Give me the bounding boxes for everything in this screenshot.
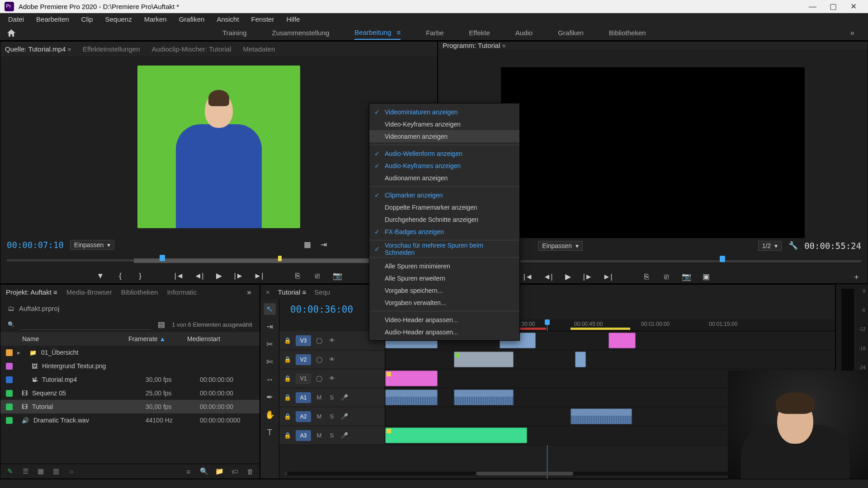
track-header-a1[interactable]: 🔒A1MS🎤	[279, 388, 385, 407]
track-lane-v2[interactable]	[385, 350, 835, 369]
solo-button[interactable]: S	[327, 431, 336, 440]
prog-export-frame-icon[interactable]: 📷	[681, 272, 691, 282]
project-item[interactable]: 🎞Sequenz 0525,00 fps00:00:00:00	[0, 386, 259, 400]
menu-item[interactable]: Vorschau für mehrere Spuren beim Schneid…	[369, 243, 519, 255]
workspace-tab-bibliotheken[interactable]: Bibliotheken	[609, 26, 646, 39]
menu-grafiken[interactable]: Grafiken	[174, 14, 210, 24]
workspace-overflow-icon[interactable]: »	[850, 28, 854, 38]
workspace-tab-bearbeitung[interactable]: Bearbeitung ≡	[354, 26, 401, 40]
tab-effect-controls[interactable]: Effekteinstellungen	[83, 45, 140, 53]
mark-out-icon[interactable]: }	[135, 271, 145, 281]
prog-lift-icon[interactable]: ⎘	[642, 272, 651, 282]
mute-button[interactable]: M	[315, 393, 324, 402]
clip[interactable]	[385, 427, 527, 443]
track-target-toggle[interactable]: V2	[296, 354, 311, 365]
add-marker-icon[interactable]: ▼	[95, 271, 105, 281]
step-back-icon[interactable]: ◄|	[194, 271, 204, 281]
voiceover-record-icon[interactable]: 🎤	[340, 431, 349, 440]
project-item[interactable]: 🎞Tutorial30,00 fps00:00:00:00	[0, 400, 259, 413]
source-timecode[interactable]: 00:00:07:10	[7, 240, 64, 250]
lock-icon[interactable]: 🔒	[283, 393, 292, 402]
pen-tool-icon[interactable]: ✒	[264, 391, 276, 403]
track-header-a2[interactable]: 🔒A2MS🎤	[279, 407, 385, 426]
home-button[interactable]	[5, 28, 18, 38]
tab-metadata[interactable]: Metadaten	[243, 45, 275, 53]
program-zoom-select[interactable]: 1/2 ▾	[758, 241, 782, 251]
workspace-tab-farbe[interactable]: Farbe	[426, 26, 443, 39]
workspace-tab-training[interactable]: Training	[222, 26, 247, 39]
list-view-icon[interactable]: ☰	[21, 467, 29, 475]
slip-tool-icon[interactable]: ↔	[264, 374, 276, 385]
menu-item[interactable]: Audionamen anzeigen	[369, 172, 519, 184]
program-settings-icon[interactable]: 🔧	[788, 241, 798, 251]
sort-asc-icon[interactable]: ▲	[159, 335, 165, 343]
tab-info[interactable]: Informatic	[167, 288, 197, 296]
menu-bearbeiten[interactable]: Bearbeiten	[31, 14, 75, 24]
clip[interactable]	[609, 333, 636, 348]
track-header-a3[interactable]: 🔒A3MS🎤	[279, 426, 385, 445]
prog-go-to-in-icon[interactable]: |◄	[523, 272, 533, 282]
find-icon[interactable]: 🔍	[200, 467, 208, 475]
tab-project[interactable]: Projekt: Auftakt ≡	[6, 288, 57, 296]
track-output-icon[interactable]: 👁	[327, 374, 336, 383]
voiceover-record-icon[interactable]: 🎤	[340, 412, 349, 421]
project-columns[interactable]: Name Framerate ▲ Medienstart	[0, 332, 259, 346]
close-button[interactable]: ✕	[843, 0, 863, 13]
project-item[interactable]: 📽Tutorial.mp430,00 fps00:00:00:00	[0, 373, 259, 386]
prog-go-to-out-icon[interactable]: ►|	[603, 272, 613, 282]
mark-in-icon[interactable]: {	[115, 271, 125, 281]
razor-tool-icon[interactable]: ✄	[264, 356, 276, 368]
fx-badge-icon[interactable]	[455, 353, 460, 357]
program-fit-select[interactable]: Einpassen ▾	[538, 241, 582, 251]
project-item[interactable]: 🔊Dramatic Track.wav44100 Hz00:00:00:0000	[0, 413, 259, 427]
project-item[interactable]: 🖼Hintergrund Textur.png	[0, 359, 259, 373]
menu-item[interactable]: Video-Keyframes anzeigen	[369, 118, 519, 130]
menu-item[interactable]: Clipmarker anzeigen	[369, 189, 519, 201]
source-time-ruler[interactable]	[7, 255, 431, 267]
menu-item[interactable]: Videonamen anzeigen	[369, 130, 519, 142]
track-output-icon[interactable]: 👁	[327, 355, 336, 364]
source-monitor-video[interactable]	[137, 66, 300, 228]
clear-icon[interactable]: 🗑	[246, 467, 254, 475]
menu-item[interactable]: Durchgehende Schnitte anzeigen	[369, 213, 519, 225]
new-item-icon[interactable]: ✎	[6, 467, 14, 475]
source-fit-select[interactable]: Einpassen ▾	[70, 240, 114, 250]
menu-clip[interactable]: Clip	[76, 14, 99, 24]
prog-extract-icon[interactable]: ⎚	[661, 272, 671, 282]
lock-icon[interactable]: 🔒	[283, 336, 292, 345]
menu-ansicht[interactable]: Ansicht	[211, 14, 244, 24]
export-frame-icon[interactable]: 📷	[332, 271, 342, 281]
prog-button-editor-icon[interactable]: ＋	[851, 272, 861, 282]
track-output-icon[interactable]: 👁	[327, 336, 336, 345]
menu-datei[interactable]: Datei	[3, 14, 29, 24]
timeline-display-settings-menu[interactable]: Videominiaturen anzeigenVideo-Keyframes …	[369, 103, 520, 341]
menu-hilfe[interactable]: Hilfe	[281, 14, 305, 24]
project-overflow-icon[interactable]: »	[244, 287, 254, 297]
fx-badge-icon[interactable]	[387, 372, 391, 376]
menu-item[interactable]: Video-Header anpassen...	[369, 314, 519, 326]
prog-comparison-icon[interactable]: ▣	[701, 272, 711, 282]
type-tool-icon[interactable]: T	[264, 427, 276, 438]
tab-audio-clip-mixer[interactable]: Audioclip-Mischer: Tutorial	[151, 45, 231, 53]
track-target-toggle[interactable]: V1	[296, 373, 311, 384]
lock-icon[interactable]: 🔒	[283, 431, 292, 440]
menu-fenster[interactable]: Fenster	[246, 14, 280, 24]
sync-lock-icon[interactable]: ◯	[315, 336, 324, 345]
workspace-tab-effekte[interactable]: Effekte	[469, 26, 490, 39]
lock-icon[interactable]: 🔒	[283, 355, 292, 364]
selection-tool-icon[interactable]: ↖	[264, 303, 276, 315]
minimize-button[interactable]: ―	[802, 0, 823, 13]
menu-item[interactable]: FX-Badges anzeigen	[369, 225, 519, 238]
track-target-toggle[interactable]: A2	[296, 411, 311, 422]
prog-step-forward-icon[interactable]: |►	[583, 272, 593, 282]
mute-button[interactable]: M	[315, 431, 324, 440]
menu-item[interactable]: Alle Spuren erweitern	[369, 272, 519, 284]
lock-icon[interactable]: 🔒	[283, 374, 292, 383]
workspace-tab-audio[interactable]: Audio	[515, 26, 533, 39]
source-safe-margins-icon[interactable]: ▦	[302, 240, 312, 250]
menu-item[interactable]: Alle Spuren minimieren	[369, 260, 519, 272]
voiceover-record-icon[interactable]: 🎤	[340, 393, 349, 402]
prog-step-back-icon[interactable]: ◄|	[543, 272, 553, 282]
solo-button[interactable]: S	[327, 393, 336, 402]
clip[interactable]	[454, 389, 514, 405]
